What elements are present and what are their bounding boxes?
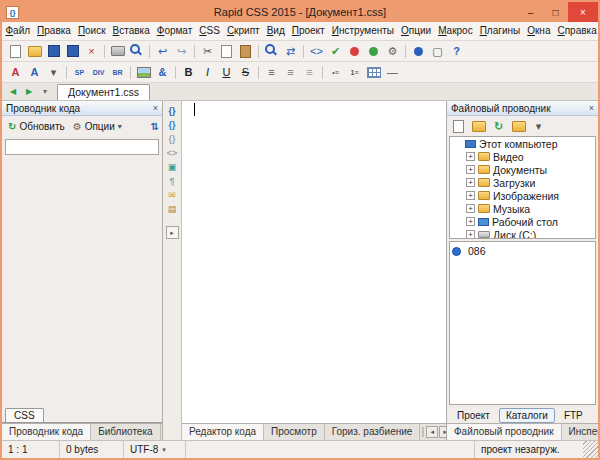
align-right-icon[interactable]: ≡	[300, 63, 319, 81]
resize-grip[interactable]	[583, 441, 598, 458]
copy-icon[interactable]	[217, 42, 236, 60]
image-icon[interactable]	[134, 63, 153, 81]
bold-icon[interactable]: B	[179, 63, 198, 81]
div-tag-icon[interactable]: DIV	[89, 63, 108, 81]
document-tab[interactable]: Документ1.css	[57, 84, 150, 100]
menu-item[interactable]: Файл	[2, 22, 34, 40]
tree-expander-icon[interactable]: +	[466, 230, 475, 239]
italic-icon[interactable]: I	[198, 63, 217, 81]
options-button[interactable]: ⚙ Опции ▾	[70, 120, 125, 133]
replace-icon[interactable]: ⇄	[281, 42, 300, 60]
panel-tab[interactable]: Проводник кода	[2, 424, 91, 440]
fullscreen-icon[interactable]: ▢	[428, 42, 447, 60]
save-icon[interactable]	[44, 42, 63, 60]
tree-item[interactable]: + Музыка	[463, 202, 595, 215]
align-center-icon[interactable]: ≡	[281, 63, 300, 81]
tag-icon[interactable]: <>	[307, 42, 326, 60]
tree-expander-icon[interactable]: +	[466, 165, 475, 174]
minimize-button[interactable]: –	[518, 2, 543, 22]
menu-item[interactable]: Вид	[263, 22, 288, 40]
palette-icon[interactable]	[364, 42, 383, 60]
gear-icon[interactable]: ⚙	[383, 42, 402, 60]
tree-item[interactable]: + Диск (C:)	[463, 228, 595, 239]
font-color-icon[interactable]: A	[6, 63, 25, 81]
preview-icon[interactable]	[127, 42, 146, 60]
menu-item[interactable]: Окна	[524, 22, 554, 40]
link-icon[interactable]: &	[153, 63, 172, 81]
open-file-icon[interactable]	[25, 42, 44, 60]
scroll-left-icon[interactable]: ◂	[426, 426, 438, 438]
tags-icon[interactable]: <>	[165, 146, 180, 160]
help-icon[interactable]: ?	[447, 42, 466, 60]
numbered-list-icon[interactable]: 1≡	[345, 63, 364, 81]
folder-views-icon[interactable]	[509, 117, 528, 135]
notes-icon[interactable]: ▤	[165, 202, 180, 216]
color-swatch-icon[interactable]	[345, 42, 364, 60]
menu-item[interactable]: Правка	[34, 22, 75, 40]
background-color-icon[interactable]: A	[25, 63, 44, 81]
code-explorer-list[interactable]	[5, 139, 159, 155]
bullet-list-icon[interactable]: •≡	[326, 63, 345, 81]
refresh-icon[interactable]: ↻	[489, 117, 508, 135]
tree-expander-icon[interactable]: +	[466, 178, 475, 187]
menu-item[interactable]: CSS	[196, 22, 224, 40]
palette-dropdown-icon[interactable]: ▾	[44, 63, 63, 81]
close-file-icon[interactable]: ×	[82, 42, 101, 60]
tree-expander-icon[interactable]: +	[466, 152, 475, 161]
paste-icon[interactable]	[236, 42, 255, 60]
br-tag-icon[interactable]: BR	[108, 63, 127, 81]
encoding-selector[interactable]: UTF-8 ▾	[124, 441, 186, 458]
sort-icon[interactable]: ⇅	[151, 121, 159, 132]
menu-item[interactable]: Проект	[288, 22, 328, 40]
browser-preview-icon[interactable]	[409, 42, 428, 60]
view-tab[interactable]: Каталоги	[499, 408, 555, 423]
horizontal-scrollbar[interactable]	[422, 427, 424, 437]
menu-item[interactable]: Вставка	[109, 22, 153, 40]
editor-view-tab[interactable]: Редактор кода	[182, 424, 264, 440]
view-tab[interactable]: FTP	[557, 408, 590, 423]
editor-view-tab[interactable]: Гориз. разбиение	[325, 424, 421, 440]
forward-icon[interactable]: ▶	[21, 84, 37, 99]
panel-tab[interactable]: Файловый проводник	[447, 424, 562, 440]
strikethrough-icon[interactable]: S	[236, 63, 255, 81]
refresh-button[interactable]: ↻ Обновить	[5, 120, 68, 133]
cut-icon[interactable]: ✂	[198, 42, 217, 60]
file-item[interactable]: 086	[452, 244, 593, 258]
new-file-icon[interactable]	[449, 117, 468, 135]
menu-item[interactable]: Поиск	[74, 22, 109, 40]
tree-expander-icon[interactable]: +	[466, 217, 475, 226]
span-tag-icon[interactable]: SP	[70, 63, 89, 81]
open-folder-icon[interactable]	[469, 117, 488, 135]
menu-item[interactable]: Формат	[153, 22, 196, 40]
redo-icon[interactable]: ↪	[172, 42, 191, 60]
maximize-button[interactable]: □	[543, 2, 568, 22]
code-editor[interactable]	[182, 101, 446, 423]
scroll-right-icon[interactable]: ▸	[439, 426, 446, 438]
view-tab[interactable]: Проект	[450, 408, 497, 423]
collapse-strip-icon[interactable]: ▸	[166, 226, 179, 239]
tab-css[interactable]: CSS	[5, 408, 44, 422]
underline-icon[interactable]: U	[217, 63, 236, 81]
undo-icon[interactable]: ↩	[153, 42, 172, 60]
mail-icon[interactable]: ✉	[165, 188, 180, 202]
views-caret-icon[interactable]: ▾	[529, 117, 548, 135]
titlebar[interactable]: {} Rapid CSS 2015 - [Документ1.css] – □ …	[2, 2, 598, 22]
print-icon[interactable]	[108, 42, 127, 60]
snippets-icon[interactable]: {}	[165, 132, 180, 146]
tree-item[interactable]: Этот компьютер	[450, 137, 595, 150]
align-left-icon[interactable]: ≡	[262, 63, 281, 81]
back-icon[interactable]: ◀	[5, 84, 21, 99]
tree-expander-icon[interactable]: +	[466, 191, 475, 200]
css-structure-icon[interactable]: {}	[165, 118, 180, 132]
menu-item[interactable]: Скрипт	[223, 22, 263, 40]
editor-view-tab[interactable]: Просмотр	[264, 424, 325, 440]
tree-item[interactable]: + Видео	[463, 150, 595, 163]
tree-item[interactable]: + Документы	[463, 163, 595, 176]
tree-item[interactable]: + Загрузки	[463, 176, 595, 189]
tree-item[interactable]: + Рабочий стол	[463, 215, 595, 228]
tree-expander-icon[interactable]: +	[466, 204, 475, 213]
menu-item[interactable]: Справка	[554, 22, 598, 40]
find-icon[interactable]	[262, 42, 281, 60]
table-icon[interactable]	[364, 63, 383, 81]
save-all-icon[interactable]	[63, 42, 82, 60]
